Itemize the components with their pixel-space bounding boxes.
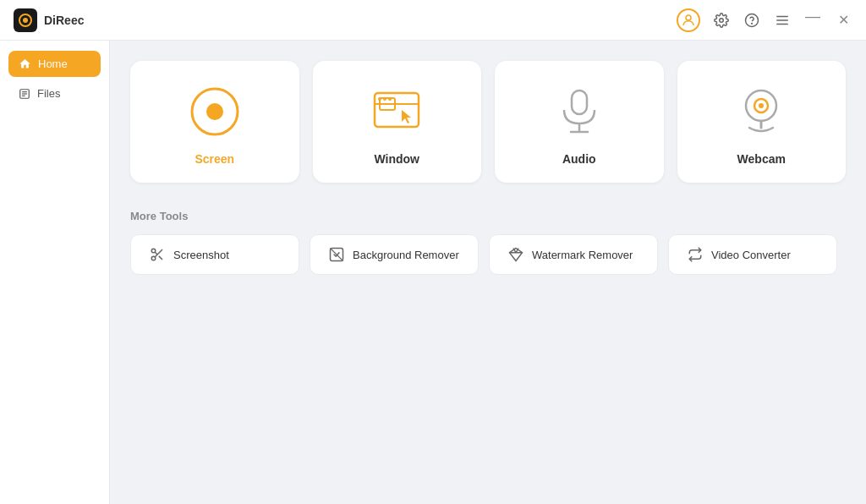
screen-icon [188, 85, 242, 139]
svg-point-0 [686, 15, 691, 20]
svg-point-26 [151, 249, 156, 253]
title-bar: DiReec [0, 0, 866, 41]
bg-remove-icon [329, 247, 344, 262]
titlebar-actions: — ✕ [677, 8, 852, 33]
screenshot-label: Screenshot [173, 249, 229, 261]
screen-card[interactable]: Screen [130, 61, 299, 183]
svg-point-27 [151, 256, 156, 260]
svg-line-32 [331, 249, 343, 261]
files-icon [19, 88, 30, 100]
help-icon[interactable] [743, 11, 761, 30]
logo-icon [14, 8, 37, 32]
window-label: Window [374, 152, 419, 166]
svg-point-12 [206, 103, 223, 120]
webcam-label: Webcam [737, 152, 786, 166]
menu-icon[interactable] [773, 11, 792, 30]
sidebar-item-files[interactable]: Files [8, 80, 101, 107]
diamond-icon [508, 247, 523, 262]
content-area: Screen Window [110, 41, 866, 504]
profile-icon[interactable] [677, 8, 700, 32]
settings-icon[interactable] [712, 11, 731, 30]
svg-line-29 [159, 256, 162, 260]
recording-cards-row: Screen Window [130, 61, 846, 183]
main-layout: Home Files [0, 41, 866, 504]
svg-point-1 [720, 18, 724, 22]
window-icon [370, 85, 424, 139]
svg-rect-19 [572, 90, 587, 114]
more-tools-section: More Tools Screenshot [130, 210, 846, 275]
svg-line-30 [155, 252, 157, 255]
video-converter-tool-btn[interactable]: Video Converter [668, 234, 837, 275]
svg-point-18 [388, 97, 392, 101]
app-title: DiReec [44, 14, 84, 27]
video-converter-label: Video Converter [711, 249, 791, 261]
sidebar-files-label: Files [37, 87, 60, 100]
scissors-icon [150, 247, 165, 262]
svg-point-24 [759, 103, 764, 108]
audio-icon [552, 85, 606, 139]
svg-point-16 [378, 97, 381, 101]
screenshot-tool-btn[interactable]: Screenshot [130, 234, 299, 275]
svg-point-17 [383, 97, 386, 101]
home-icon [19, 58, 31, 70]
tools-grid: Screenshot Background Remover [130, 234, 846, 275]
close-button[interactable]: ✕ [834, 11, 852, 30]
audio-label: Audio [562, 152, 596, 166]
screen-label: Screen [195, 152, 234, 166]
arrows-icon [688, 247, 703, 262]
more-tools-title: More Tools [130, 210, 846, 222]
webcam-icon [734, 85, 788, 139]
window-card[interactable]: Window [313, 61, 482, 183]
bg-remover-label: Background Remover [353, 249, 459, 261]
sidebar-home-label: Home [38, 58, 68, 70]
webcam-card[interactable]: Webcam [677, 61, 847, 183]
app-logo: DiReec [14, 8, 84, 32]
audio-card[interactable]: Audio [495, 61, 664, 183]
sidebar-item-home[interactable]: Home [8, 51, 101, 77]
watermark-remover-label: Watermark Remover [532, 249, 633, 261]
background-remover-tool-btn[interactable]: Background Remover [310, 234, 479, 275]
minimize-button[interactable]: — [803, 8, 822, 26]
sidebar: Home Files [0, 41, 110, 504]
watermark-remover-tool-btn[interactable]: Watermark Remover [489, 234, 658, 275]
